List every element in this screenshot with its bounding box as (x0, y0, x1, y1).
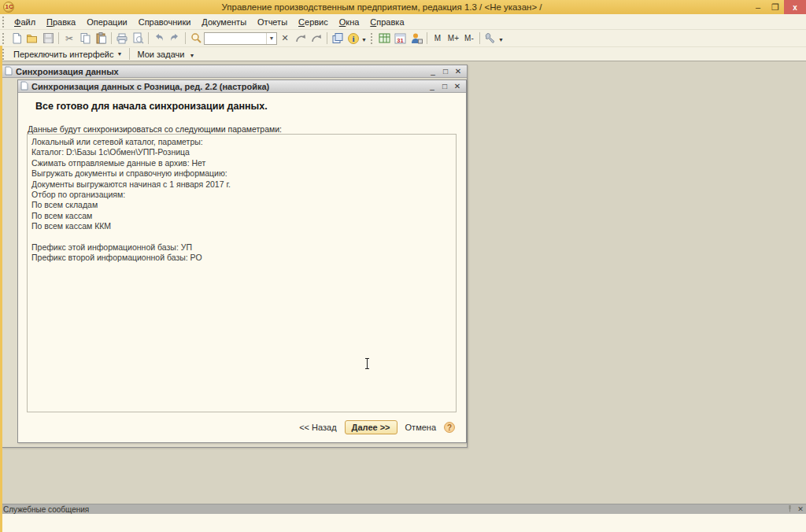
service-messages-title: Служебные сообщения (0, 505, 784, 514)
param-line: Выгружать документы и справочную информа… (31, 168, 452, 179)
dialog-close-button[interactable]: ✕ (451, 82, 464, 91)
redo-icon[interactable] (167, 31, 183, 46)
menu-service[interactable]: Сервис (293, 16, 334, 28)
service-settings-icon[interactable] (482, 31, 498, 46)
sync-settings-dialog: Синхронизация данных с Розница, ред. 2.2… (17, 79, 467, 443)
svg-text:i: i (352, 34, 354, 43)
next-button[interactable]: Далее >> (345, 420, 397, 434)
toolbar-grip[interactable] (2, 49, 6, 60)
quick-search-input[interactable] (205, 33, 266, 44)
menu-windows[interactable]: Окна (334, 16, 365, 28)
print-icon[interactable] (114, 31, 130, 46)
minimize-button[interactable]: – (749, 1, 767, 13)
go-forward-icon[interactable] (309, 31, 324, 46)
param-line (31, 232, 452, 242)
window-close-button[interactable]: ✕ (452, 67, 464, 76)
go-back-icon[interactable] (293, 31, 309, 46)
toolbar-grip[interactable] (2, 33, 6, 44)
params-label: Данные будут синхронизироваться со следу… (28, 124, 282, 134)
pin-icon[interactable] (784, 504, 795, 514)
close-button[interactable]: x (784, 0, 806, 14)
chevron-down-icon: ▼ (117, 51, 123, 57)
app-logo-icon (3, 2, 14, 13)
calc-memory-plus-button[interactable]: M+ (446, 31, 461, 46)
dialog-maximize-button[interactable]: □ (438, 82, 451, 91)
param-line: Сжимать отправляемые данные в архив: Нет (31, 158, 452, 168)
param-line: Префикс этой информационной базы: УП (31, 242, 452, 253)
dialog-button-row: << Назад Далее >> Отмена ? (298, 420, 455, 434)
param-line: По всем кассам (31, 211, 452, 221)
toolbar-grip[interactable] (371, 33, 375, 44)
text-cursor (364, 357, 371, 371)
active-users-icon[interactable] (409, 31, 424, 46)
calc-memory-button[interactable]: M (430, 31, 446, 46)
svg-text:31: 31 (397, 37, 404, 44)
chevron-down-icon[interactable]: ▼ (361, 37, 367, 42)
my-tasks-button[interactable]: Мои задачи (132, 49, 189, 60)
application-window: Управление производственным предприятием… (0, 0, 806, 532)
toolbar-separator (58, 32, 59, 44)
cut-icon[interactable]: ✂ (61, 31, 77, 46)
close-panel-icon[interactable]: ✕ (795, 505, 806, 513)
calc-memory-minus-button[interactable]: M- (461, 31, 477, 46)
my-tasks-label: Мои задачи (137, 50, 184, 59)
left-edge-accent (0, 46, 2, 532)
paste-icon[interactable] (93, 31, 109, 46)
help-icon[interactable]: ? (444, 422, 455, 433)
menu-operations[interactable]: Операции (81, 16, 132, 28)
sync-data-window-titlebar[interactable]: Синхронизация данных _ □ ✕ (2, 65, 467, 78)
sync-settings-dialog-title: Синхронизация данных с Розница, ред. 2.2… (31, 82, 426, 91)
toolbar-separator (148, 32, 149, 44)
sync-parameters-box[interactable]: Локальный или сетевой каталог, параметры… (27, 134, 457, 412)
sync-settings-dialog-titlebar[interactable]: Синхронизация данных с Розница, ред. 2.2… (18, 80, 466, 93)
param-line: Документы выгружаются начиная с 1 января… (31, 179, 452, 190)
cancel-button[interactable]: Отмена (404, 421, 438, 434)
menu-reports[interactable]: Отчеты (252, 16, 293, 28)
chevron-down-icon[interactable]: ▼ (498, 37, 504, 42)
switch-interface-button[interactable]: Переключить интерфейс ▼ (9, 49, 127, 60)
find-icon[interactable] (188, 31, 204, 46)
toolbar-separator (111, 32, 112, 44)
app-titlebar: Управление производственным предприятием… (0, 0, 806, 14)
chevron-down-icon[interactable]: ▼ (266, 33, 276, 44)
param-line: Локальный или сетевой каталог, параметры… (31, 137, 452, 147)
undo-icon[interactable] (151, 31, 167, 46)
interface-toolbar: Переключить интерфейс ▼ Мои задачи ▼ (0, 47, 806, 61)
service-messages-titlebar[interactable]: Служебные сообщения ✕ (0, 504, 806, 514)
menubar: Файл Правка Операции Справочники Докумен… (0, 14, 806, 30)
toolbar-separator (129, 48, 130, 60)
toolbar-separator (427, 32, 427, 44)
toolbar-separator (479, 32, 480, 44)
copy-icon[interactable] (77, 31, 93, 46)
menu-file[interactable]: Файл (9, 16, 41, 28)
param-line: Каталог: D:\Базы 1с\Обмен\УПП-Розница (31, 147, 452, 157)
service-messages-content[interactable] (0, 514, 806, 532)
window-minimize-button[interactable]: _ (427, 67, 439, 76)
param-line: По всем кассам ККМ (31, 221, 452, 231)
menu-help[interactable]: Справка (364, 16, 409, 28)
calendar-icon[interactable]: 31 (393, 31, 409, 46)
menu-documents[interactable]: Документы (196, 16, 252, 28)
toolbar-grip[interactable] (2, 17, 6, 28)
clear-search-icon[interactable]: ✕ (277, 31, 293, 46)
restore-button[interactable]: ❐ (767, 1, 784, 13)
windows-icon[interactable] (330, 31, 346, 46)
dialog-minimize-button[interactable]: _ (426, 82, 438, 91)
menu-catalogs[interactable]: Справочники (133, 16, 197, 28)
chevron-down-icon[interactable]: ▼ (189, 53, 194, 58)
menu-edit[interactable]: Правка (41, 16, 81, 28)
print-preview-icon[interactable] (130, 31, 146, 46)
toolbar-separator (327, 32, 327, 44)
param-line: Префикс второй информационной базы: РО (31, 253, 452, 263)
window-maximize-button[interactable]: □ (439, 67, 452, 76)
main-toolbar: ✂ ▼ ✕ (0, 30, 806, 47)
new-document-icon[interactable] (9, 31, 24, 46)
sync-data-window-title: Синхронизация данных (16, 67, 427, 76)
info-icon[interactable]: i (346, 31, 361, 46)
back-button[interactable]: << Назад (298, 421, 338, 434)
dialog-heading: Все готово для начала синхронизации данн… (35, 101, 268, 112)
quick-search-combo: ▼ (204, 32, 277, 45)
save-icon[interactable] (40, 31, 56, 46)
scoreboard-icon[interactable] (377, 31, 393, 46)
open-icon[interactable] (24, 31, 40, 46)
